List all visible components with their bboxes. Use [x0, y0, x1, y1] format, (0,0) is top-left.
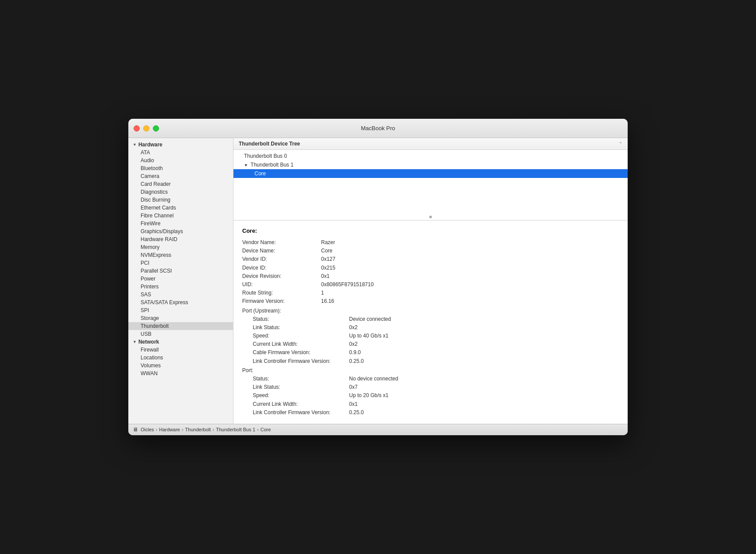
sidebar-item-sas[interactable]: SAS	[128, 291, 233, 298]
breadcrumb-bar: 🖥 Oicles›Hardware›Thunderbolt›Thunderbol…	[128, 424, 628, 435]
port-label-4: Link Controller Firmware Version:	[253, 408, 349, 417]
detail-label-6: Route String:	[242, 289, 321, 297]
detail-value-2: 0x127	[321, 255, 336, 263]
close-button[interactable]	[134, 125, 140, 131]
sidebar-item-thunderbolt[interactable]: Thunderbolt	[128, 322, 233, 330]
detail-field-row-3: Device ID:0x215	[242, 264, 619, 272]
detail-panel: Core: Vendor Name:RazerDevice Name:CoreV…	[233, 220, 628, 424]
network-items-list: FirewallLocationsVolumesWWAN	[128, 346, 233, 377]
detail-value-1: Core	[321, 247, 332, 255]
sidebar-item-spi[interactable]: SPI	[128, 306, 233, 314]
sidebar-item-pci[interactable]: PCI	[128, 259, 233, 267]
network-section-header[interactable]: ▼ Network	[128, 338, 233, 346]
detail-value-6: 1	[321, 289, 324, 297]
sidebar-item-firewire[interactable]: FireWire	[128, 220, 233, 227]
upstream-field-row-5: Link Controller Firmware Version:0.25.0	[242, 357, 619, 366]
upstream-field-row-1: Link Status:0x2	[242, 323, 619, 332]
port-label-3: Current Link Width:	[253, 400, 349, 408]
sidebar-item-usb[interactable]: USB	[128, 330, 233, 338]
hardware-section-header[interactable]: ▼ Hardware	[128, 141, 233, 149]
sidebar-item-diagnostics[interactable]: Diagnostics	[128, 188, 233, 196]
sidebar-item-bluetooth[interactable]: Bluetooth	[128, 164, 233, 172]
sidebar-item-hardware-raid[interactable]: Hardware RAID	[128, 235, 233, 243]
detail-label-7: Firmware Version:	[242, 297, 321, 305]
sidebar-item-nvmexpress[interactable]: NVMExpress	[128, 251, 233, 259]
breadcrumb-sep-2: ›	[212, 427, 214, 432]
detail-value-7: 16.16	[321, 297, 334, 305]
sidebar-item-disc-burning[interactable]: Disc Burning	[128, 196, 233, 204]
sidebar-item-parallel-scsi[interactable]: Parallel SCSI	[128, 267, 233, 275]
detail-field-row-2: Vendor ID:0x127	[242, 255, 619, 263]
sidebar-item-ata[interactable]: ATA	[128, 149, 233, 156]
sidebar: ▼ Hardware ATAAudioBluetoothCameraCard R…	[128, 138, 233, 424]
sidebar-item-wwan[interactable]: WWAN	[128, 369, 233, 377]
tree-item-core-label: Core	[254, 170, 266, 177]
breadcrumb-sep-1: ›	[182, 427, 184, 432]
upstream-field-row-2: Speed:Up to 40 Gb/s x1	[242, 332, 619, 340]
detail-value-3: 0x215	[321, 264, 336, 272]
port-field-row-0: Status:No device connected	[242, 375, 619, 383]
main-window: MacBook Pro ▼ Hardware ATAAudioBluetooth…	[128, 119, 628, 435]
detail-fields: Vendor Name:RazerDevice Name:CoreVendor …	[242, 238, 619, 306]
tree-collapse-icon[interactable]: ⌃	[618, 141, 622, 147]
sidebar-item-card-reader[interactable]: Card Reader	[128, 180, 233, 188]
sidebar-item-sata[interactable]: SATA/SATA Express	[128, 298, 233, 306]
port-field-row-2: Speed:Up to 20 Gb/s x1	[242, 391, 619, 400]
detail-port-upstream: Port (Upstream):Status:Device connectedL…	[242, 307, 619, 366]
upstream-value-0: Device connected	[349, 315, 391, 323]
breadcrumb-computer-icon: 🖥	[133, 426, 138, 433]
port-value-3: 0x1	[349, 400, 357, 408]
upstream-label-3: Current Link Width:	[253, 340, 349, 348]
detail-value-0: Razer	[321, 238, 335, 247]
main-panel: Thunderbolt Device Tree ⌃ Thunderbolt Bu…	[233, 138, 628, 424]
breadcrumb-part-0: Oicles	[141, 427, 154, 432]
sidebar-item-memory[interactable]: Memory	[128, 243, 233, 251]
tree-item-tb1-label: Thunderbolt Bus 1	[251, 162, 293, 168]
detail-label-2: Vendor ID:	[242, 255, 321, 263]
breadcrumb-sep-0: ›	[156, 427, 158, 432]
port-upstream-title: Port (Upstream):	[242, 307, 619, 315]
port-field-row-3: Current Link Width:0x1	[242, 400, 619, 408]
tree-header: Thunderbolt Device Tree ⌃	[233, 138, 628, 150]
tree-item-tb0[interactable]: Thunderbolt Bus 0	[233, 152, 628, 160]
upstream-value-4: 0.9.0	[349, 348, 361, 357]
sidebar-item-power[interactable]: Power	[128, 275, 233, 283]
breadcrumb-part-1: Hardware	[159, 427, 180, 432]
detail-label-3: Device ID:	[242, 264, 321, 272]
detail-label-0: Vendor Name:	[242, 238, 321, 247]
sidebar-item-audio[interactable]: Audio	[128, 156, 233, 164]
upstream-label-0: Status:	[253, 315, 349, 323]
minimize-button[interactable]	[143, 125, 149, 131]
sidebar-item-ethernet-cards[interactable]: Ethernet Cards	[128, 204, 233, 212]
upstream-label-5: Link Controller Firmware Version:	[253, 357, 349, 366]
sidebar-item-storage[interactable]: Storage	[128, 314, 233, 322]
network-label: Network	[138, 339, 159, 345]
upstream-field-row-3: Current Link Width:0x2	[242, 340, 619, 348]
upstream-label-2: Speed:	[253, 332, 349, 340]
detail-label-1: Device Name:	[242, 247, 321, 255]
sidebar-item-locations[interactable]: Locations	[128, 354, 233, 362]
sidebar-item-printers[interactable]: Printers	[128, 283, 233, 291]
detail-value-4: 0x1	[321, 272, 329, 281]
port-value-0: No device connected	[349, 375, 398, 383]
breadcrumb-part-4: Core	[261, 427, 271, 432]
network-triangle-icon: ▼	[133, 340, 137, 344]
port-title: Port:	[242, 366, 619, 375]
detail-label-5: UID:	[242, 281, 321, 289]
upstream-value-1: 0x2	[349, 323, 357, 332]
tree-item-core[interactable]: Core	[233, 169, 628, 178]
sidebar-item-graphics-displays[interactable]: Graphics/Displays	[128, 227, 233, 235]
tree-item-tb1[interactable]: ▼ Thunderbolt Bus 1	[233, 160, 628, 169]
sidebar-item-firewall[interactable]: Firewall	[128, 346, 233, 354]
tree-item-tb1-triangle-icon: ▼	[244, 163, 248, 167]
sidebar-item-volumes[interactable]: Volumes	[128, 362, 233, 369]
detail-value-5: 0x80865F8791518710	[321, 281, 374, 289]
sidebar-item-fibre-channel[interactable]: Fibre Channel	[128, 212, 233, 220]
port-value-1: 0x7	[349, 383, 357, 391]
detail-field-row-0: Vendor Name:Razer	[242, 238, 619, 247]
upstream-label-4: Cable Firmware Version:	[253, 348, 349, 357]
maximize-button[interactable]	[153, 125, 159, 131]
upstream-field-row-4: Cable Firmware Version:0.9.0	[242, 348, 619, 357]
sidebar-item-camera[interactable]: Camera	[128, 172, 233, 180]
port-field-row-4: Link Controller Firmware Version:0.25.0	[242, 408, 619, 417]
